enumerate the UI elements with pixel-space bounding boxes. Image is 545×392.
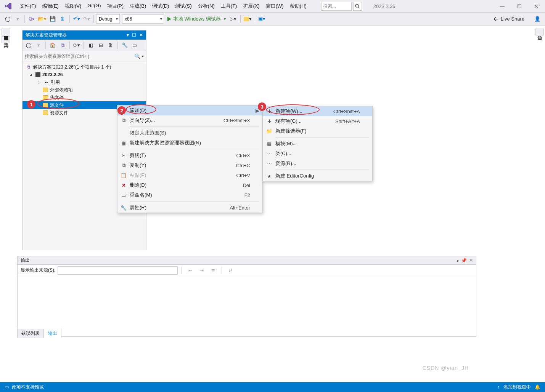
admin-icon[interactable]: 👤 bbox=[533, 14, 542, 24]
error-list-tab[interactable]: 错误列表 bbox=[17, 329, 44, 338]
references-node[interactable]: ▷ ▪▪ 引用 bbox=[23, 78, 146, 86]
redo-icon[interactable]: ↷▾ bbox=[82, 14, 91, 24]
folder-icon[interactable]: ▾ bbox=[243, 14, 252, 24]
wrap-icon[interactable]: ↲ bbox=[226, 266, 235, 275]
menu-item[interactable]: 生成(B) bbox=[127, 1, 149, 11]
menu-item[interactable]: 帮助(H) bbox=[287, 1, 310, 11]
undo-icon[interactable]: ↶▾ bbox=[72, 14, 81, 24]
project-name: 2023.2.26 bbox=[373, 3, 395, 9]
titlebar: 文件(F)编辑(E)视图(V)Git(G)项目(P)生成(B)调试(D)测试(S… bbox=[0, 0, 545, 13]
search-icon[interactable]: 🔍 bbox=[134, 53, 140, 59]
search-input[interactable] bbox=[323, 3, 350, 9]
panel-close-icon[interactable]: ✕ bbox=[139, 32, 143, 38]
sync-icon[interactable]: ⟳▾ bbox=[72, 41, 81, 50]
window-controls: — ☐ ✕ bbox=[494, 0, 545, 12]
browser-icon[interactable]: ▣▾ bbox=[257, 14, 267, 24]
output-source-combo[interactable] bbox=[58, 266, 178, 275]
indent-right-icon[interactable]: ⇥ bbox=[197, 266, 206, 275]
solution-search-input[interactable] bbox=[25, 54, 134, 59]
nav-fwd-icon[interactable]: ▾ bbox=[13, 14, 22, 24]
show-all-icon[interactable]: ◧ bbox=[86, 41, 95, 50]
menu-item-label: 剪切(T) bbox=[130, 152, 236, 159]
new-project-icon[interactable]: ⧉▾ bbox=[27, 14, 36, 24]
wrench-icon[interactable]: 🔧 bbox=[120, 41, 129, 50]
expand-icon[interactable]: ◢ bbox=[29, 73, 33, 77]
module-icon: ▦ bbox=[263, 141, 275, 147]
menu-item[interactable]: 📁新建筛选器(F) bbox=[263, 126, 372, 136]
search-dropdown-icon[interactable]: ▾ bbox=[142, 54, 144, 58]
expand-icon[interactable]: ▷ bbox=[38, 80, 42, 84]
notifications-tab[interactable]: 通知 bbox=[535, 29, 544, 35]
menu-item[interactable]: 测试(S) bbox=[172, 1, 195, 11]
project-node[interactable]: ◢ ⬛ 2023.2.26 bbox=[23, 71, 146, 78]
menu-item[interactable]: 工具(T) bbox=[218, 1, 240, 11]
preview-icon[interactable]: ▭ bbox=[130, 41, 139, 50]
menu-item[interactable]: ✚现有项(G)...Shift+Alt+A bbox=[263, 116, 372, 126]
solution-explorer-toolbar: ◯ ▾ 🏠 ⧉ ⟳▾ ◧ ⊟ 🗎 🔧 ▭ bbox=[23, 40, 146, 51]
menu-item[interactable]: 文件(F) bbox=[17, 1, 39, 11]
menu-item-shortcut: Ctrl+C bbox=[236, 163, 256, 168]
config-combo[interactable]: Debug bbox=[96, 14, 120, 24]
menu-item[interactable]: 扩展(X) bbox=[240, 1, 262, 11]
status-up-icon[interactable]: ↑ bbox=[497, 384, 500, 390]
indent-left-icon[interactable]: ⇤ bbox=[186, 266, 195, 275]
menu-item[interactable]: ▭重命名(M)F2 bbox=[117, 190, 262, 200]
menu-item[interactable]: 限定为此范围(S) bbox=[117, 128, 262, 138]
menu-item[interactable]: ⋯类(C)... bbox=[263, 149, 372, 158]
save-icon[interactable]: 💾 bbox=[48, 14, 57, 24]
menu-item[interactable]: Git(G) bbox=[84, 1, 104, 11]
menu-item[interactable]: ⋯资源(R)... bbox=[263, 158, 372, 168]
output-tab[interactable]: 输出 bbox=[44, 329, 61, 338]
panel-close-icon[interactable]: ✕ bbox=[469, 258, 473, 263]
menu-item[interactable]: 添加(D)▶ bbox=[117, 106, 262, 115]
search-box[interactable] bbox=[321, 2, 352, 11]
copy-icon: ⧉ bbox=[117, 162, 130, 168]
menu-item[interactable]: ★新建 EditorConfig bbox=[263, 171, 372, 181]
bell-icon[interactable]: 🔔 bbox=[535, 384, 540, 390]
solution-search[interactable]: 🔍 ▾ bbox=[23, 51, 146, 62]
switch-view-icon[interactable]: ⧉ bbox=[58, 41, 67, 50]
panel-dropdown-icon[interactable]: ▾ bbox=[127, 32, 129, 38]
toolbox-tab[interactable]: 工具箱 bbox=[2, 36, 10, 43]
search-icon[interactable] bbox=[353, 2, 362, 11]
solution-root[interactable]: ⧉ 解决方案"2023.2.26"(1 个项目/共 1 个) bbox=[23, 63, 146, 71]
panel-pin-icon[interactable]: 📌 bbox=[461, 258, 467, 263]
menu-item[interactable]: ▦模块(M)... bbox=[263, 139, 372, 149]
open-icon[interactable]: 📂▾ bbox=[37, 14, 47, 24]
debug-dropdown-icon[interactable]: ▷▾ bbox=[229, 14, 238, 24]
panel-pin-icon[interactable]: ☐ bbox=[132, 32, 136, 38]
menu-item[interactable]: ✕删除(D)Del bbox=[117, 180, 262, 190]
server-explorer-tab[interactable]: 服务器资源管理器 bbox=[2, 29, 10, 35]
start-debug-button[interactable]: 本地 Windows 调试器 ▾ bbox=[165, 16, 228, 22]
back-icon[interactable]: ◯ bbox=[24, 41, 33, 50]
menu-item[interactable]: 分析(N) bbox=[195, 1, 218, 11]
minimize-button[interactable]: — bbox=[494, 0, 511, 12]
save-all-icon[interactable]: 🗎 bbox=[58, 14, 67, 24]
fwd-icon[interactable]: ▾ bbox=[34, 41, 43, 50]
headers-node[interactable]: 头文件 bbox=[23, 94, 146, 101]
menu-item[interactable]: 调试(D) bbox=[149, 1, 172, 11]
liveshare-button[interactable]: Live Share bbox=[489, 16, 528, 22]
menu-item[interactable]: 项目(P) bbox=[104, 1, 127, 11]
properties-icon[interactable]: 🗎 bbox=[106, 41, 115, 50]
menu-item[interactable]: ⧉类向导(Z)...Ctrl+Shift+X bbox=[117, 115, 262, 125]
menu-item[interactable]: ✂剪切(T)Ctrl+X bbox=[117, 150, 262, 160]
menu-item[interactable]: ⧉复制(Y)Ctrl+C bbox=[117, 160, 262, 170]
menu-item[interactable]: ✚新建项(W)...Ctrl+Shift+A bbox=[263, 106, 372, 116]
home-icon[interactable]: 🏠 bbox=[48, 41, 57, 50]
menu-item[interactable]: 窗口(W) bbox=[263, 1, 287, 11]
menu-item[interactable]: 编辑(E) bbox=[39, 1, 62, 11]
panel-dropdown-icon[interactable]: ▾ bbox=[457, 258, 459, 263]
menu-item[interactable]: ▣新建解决方案资源管理器视图(N) bbox=[117, 138, 262, 148]
maximize-button[interactable]: ☐ bbox=[511, 0, 528, 12]
menu-item-label: 删除(D) bbox=[130, 182, 243, 189]
status-action[interactable]: 添加到视图中 bbox=[503, 384, 531, 390]
menu-item[interactable]: 视图(V) bbox=[62, 1, 84, 11]
platform-combo[interactable]: x86 bbox=[122, 14, 164, 24]
external-deps-node[interactable]: 外部依赖项 bbox=[23, 86, 146, 94]
clear-icon[interactable]: ≣ bbox=[209, 266, 218, 275]
menu-item[interactable]: 🔧属性(R)Alt+Enter bbox=[117, 203, 262, 213]
nav-back-icon[interactable]: ◯ bbox=[3, 14, 12, 24]
collapse-icon[interactable]: ⊟ bbox=[96, 41, 105, 50]
close-button[interactable]: ✕ bbox=[528, 0, 545, 12]
